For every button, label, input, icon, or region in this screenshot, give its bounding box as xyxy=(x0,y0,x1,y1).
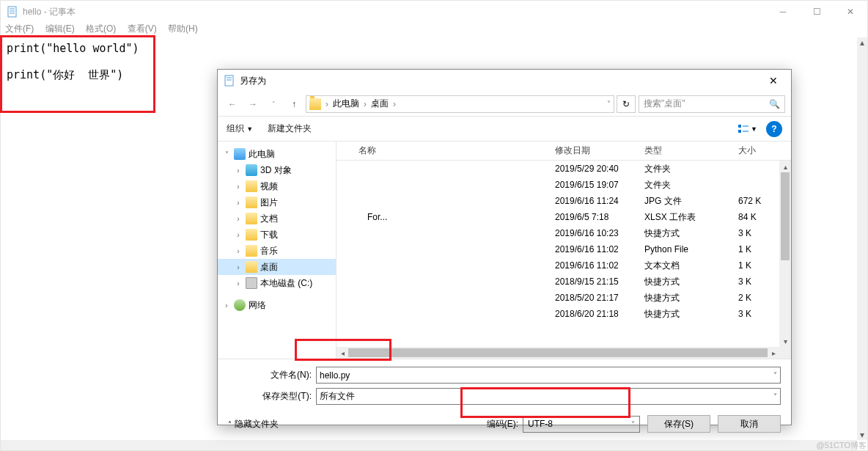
file-list-row[interactable]: 2018/6/20 21:18快捷方式3 K xyxy=(336,306,791,322)
encoding-select[interactable]: UTF-8˅ xyxy=(523,416,640,433)
organize-menu[interactable]: 组织 ▼ xyxy=(227,122,253,135)
file-list-row[interactable]: 2019/6/16 11:02文本文档1 K xyxy=(336,257,791,274)
search-placeholder: 搜索"桌面" xyxy=(644,98,685,110)
file-list-row[interactable]: 2018/5/20 21:17快捷方式2 K xyxy=(336,290,791,306)
chevron-right-icon[interactable]: › xyxy=(234,279,243,287)
file-type: 快捷方式 xyxy=(644,276,738,288)
chevron-down-icon[interactable]: ˅ xyxy=(773,371,777,379)
minimize-button[interactable]: ─ xyxy=(766,1,800,23)
file-list-row[interactable]: For...2019/6/5 7:18XLSX 工作表84 K xyxy=(336,209,791,225)
videos-icon xyxy=(246,180,257,192)
tree-item-pictures[interactable]: ›图片 xyxy=(218,194,336,210)
file-type: 快捷方式 xyxy=(644,292,738,304)
chevron-up-icon: ˄ xyxy=(228,420,232,428)
file-list-row[interactable]: 2019/5/29 20:40文件夹 xyxy=(336,161,791,177)
close-button[interactable]: ✕ xyxy=(834,1,867,23)
scroll-up-icon[interactable]: ▴ xyxy=(857,37,867,48)
tree-item-downloads[interactable]: ›下载 xyxy=(218,227,336,243)
filename-input[interactable]: hello.py˅ xyxy=(316,367,781,384)
chevron-right-icon[interactable]: › xyxy=(222,301,231,309)
tree-item-music[interactable]: ›音乐 xyxy=(218,243,336,259)
column-header-size[interactable]: 大小 xyxy=(738,144,791,157)
maximize-button[interactable]: ☐ xyxy=(800,1,834,23)
list-vertical-scrollbar[interactable]: ▴ ▾ xyxy=(779,161,791,359)
file-list-row[interactable]: 2019/6/15 19:07文件夹 xyxy=(336,177,791,193)
menu-file[interactable]: 文件(F) xyxy=(5,23,34,34)
file-date: 2018/6/20 21:18 xyxy=(555,309,644,319)
filetype-select[interactable]: 所有文件˅ xyxy=(316,388,781,405)
view-icon xyxy=(738,123,749,135)
nav-up-button[interactable]: ↑ xyxy=(285,95,303,113)
file-date: 2019/6/16 10:23 xyxy=(555,228,644,238)
disk-icon xyxy=(246,277,257,289)
scroll-down-icon[interactable]: ▾ xyxy=(857,430,867,440)
nav-forward-button[interactable]: → xyxy=(244,95,262,113)
menu-edit[interactable]: 编辑(E) xyxy=(45,23,75,34)
tree-item-3d-objects[interactable]: ›3D 对象 xyxy=(218,162,336,178)
file-list-row[interactable]: 2019/6/16 11:24JPG 文件672 K xyxy=(336,193,791,209)
scroll-up-icon[interactable]: ▴ xyxy=(779,161,791,172)
chevron-right-icon[interactable]: › xyxy=(234,231,243,239)
nav-recent-button[interactable]: ˅ xyxy=(265,95,282,113)
chevron-right-icon[interactable]: › xyxy=(234,247,243,255)
chevron-right-icon: › xyxy=(364,99,367,109)
breadcrumb-bar[interactable]: › 此电脑 › 桌面 › ˅ xyxy=(306,95,614,113)
chevron-right-icon[interactable]: › xyxy=(234,199,243,207)
chevron-right-icon[interactable]: › xyxy=(234,183,243,191)
scroll-down-icon[interactable]: ▾ xyxy=(779,335,791,347)
column-header-type[interactable]: 类型 xyxy=(644,144,738,157)
scroll-left-icon[interactable]: ◂ xyxy=(336,347,348,359)
svg-rect-0 xyxy=(8,7,16,17)
file-name-suffix: For... xyxy=(367,212,387,222)
music-icon xyxy=(246,245,257,257)
chevron-right-icon: › xyxy=(393,99,396,109)
chevron-right-icon[interactable]: › xyxy=(234,166,243,175)
column-header-name[interactable]: 名称 xyxy=(358,144,555,157)
tree-item-desktop[interactable]: ›桌面 xyxy=(218,259,336,275)
scroll-right-icon[interactable]: ▸ xyxy=(768,347,779,359)
column-header-date[interactable]: 修改日期 xyxy=(555,144,644,157)
chevron-right-icon[interactable]: › xyxy=(234,263,243,271)
menu-format[interactable]: 格式(O) xyxy=(86,23,116,34)
notepad-titlebar: hello - 记事本 ─ ☐ ✕ xyxy=(1,1,867,23)
tree-item-local-disk[interactable]: ›本地磁盘 (C:) xyxy=(218,275,336,291)
chevron-down-icon[interactable]: ˅ xyxy=(222,150,231,158)
scrollbar-thumb[interactable] xyxy=(781,172,790,260)
file-list-row[interactable]: 2019/6/16 10:23快捷方式3 K xyxy=(336,225,791,241)
svg-rect-8 xyxy=(738,130,741,133)
search-box[interactable]: 搜索"桌面" 🔍 xyxy=(639,95,785,113)
tree-item-network[interactable]: ›网络 xyxy=(218,297,336,313)
nav-back-button[interactable]: ← xyxy=(224,95,241,113)
menu-help[interactable]: 帮助(H) xyxy=(168,23,198,34)
horizontal-scrollbar[interactable] xyxy=(1,440,857,450)
menu-view[interactable]: 查看(V) xyxy=(128,23,157,34)
tree-item-documents[interactable]: ›文档 xyxy=(218,210,336,227)
pc-icon xyxy=(234,148,246,160)
refresh-button[interactable]: ↻ xyxy=(617,95,636,113)
folder-tree: ˅此电脑 ›3D 对象 ›视频 ›图片 ›文档 ›下载 ›音乐 ›桌面 ›本地磁… xyxy=(218,142,336,359)
list-horizontal-scrollbar[interactable]: ◂ ▸ xyxy=(336,347,779,359)
new-folder-button[interactable]: 新建文件夹 xyxy=(268,122,312,135)
view-mode-button[interactable]: ▼ xyxy=(738,123,757,135)
svg-rect-4 xyxy=(225,76,233,86)
save-button[interactable]: 保存(S) xyxy=(647,415,710,433)
chevron-right-icon[interactable]: › xyxy=(234,215,243,223)
hide-folders-toggle[interactable]: ˄隐藏文件夹 xyxy=(228,418,279,430)
file-list: 名称 修改日期 类型 大小 2019/5/29 20:40文件夹2019/6/1… xyxy=(336,142,791,359)
dialog-titlebar: 另存为 ✕ xyxy=(218,70,791,92)
scrollbar-thumb[interactable] xyxy=(348,348,768,357)
help-button[interactable]: ? xyxy=(766,121,782,137)
breadcrumb-segment[interactable]: 此电脑 xyxy=(333,98,359,110)
tree-item-videos[interactable]: ›视频 xyxy=(218,178,336,194)
file-list-row[interactable]: 2018/9/15 21:15快捷方式3 K xyxy=(336,274,791,290)
dialog-close-button[interactable]: ✕ xyxy=(759,75,788,87)
chevron-down-icon: ˅ xyxy=(631,420,635,428)
cancel-button[interactable]: 取消 xyxy=(718,415,781,433)
breadcrumb-dropdown-icon[interactable]: ˅ xyxy=(607,100,611,108)
tree-item-this-pc[interactable]: ˅此电脑 xyxy=(218,146,336,162)
file-list-row[interactable]: 2019/6/16 11:02Python File1 K xyxy=(336,241,791,257)
downloads-icon xyxy=(246,229,257,241)
breadcrumb-segment[interactable]: 桌面 xyxy=(371,98,389,110)
file-date: 2019/6/5 7:18 xyxy=(555,212,644,222)
vertical-scrollbar[interactable]: ▴ ▾ xyxy=(857,37,867,440)
